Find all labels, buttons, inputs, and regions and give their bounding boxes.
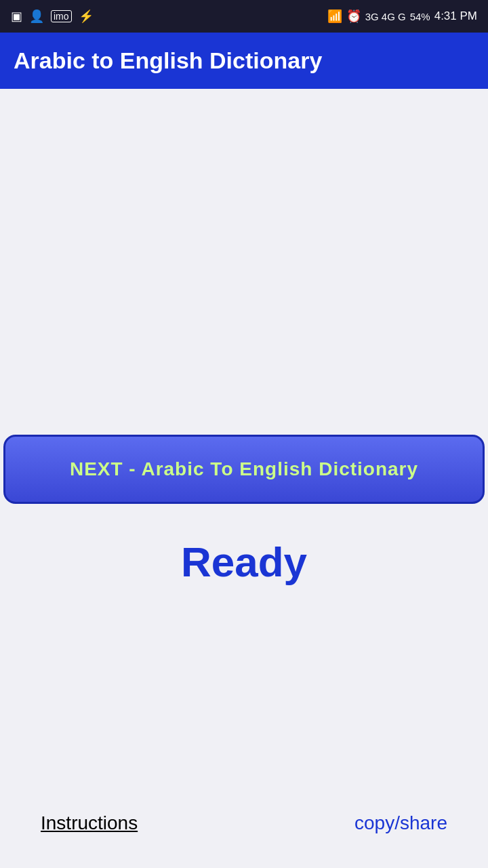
copy-share-link[interactable]: copy/share	[354, 812, 447, 834]
imo-icon: imo	[51, 10, 72, 22]
main-content: NEXT - Arabic To English Dictionary Read…	[0, 89, 488, 792]
status-bar-right: 📶 ⏰ 3G 4G G 54% 4:31 PM	[327, 9, 477, 24]
network-label: 3G 4G G	[365, 11, 406, 22]
usb-icon: ⚡	[79, 9, 94, 24]
person-add-icon: 👤	[29, 9, 44, 24]
app-title: Arabic to English Dictionary	[14, 47, 474, 74]
status-bar: ▣ 👤 imo ⚡ 📶 ⏰ 3G 4G G 54% 4:31 PM	[0, 0, 488, 33]
ready-text: Ready	[181, 538, 307, 586]
instructions-link[interactable]: Instructions	[41, 812, 138, 834]
bottom-links: Instructions copy/share	[0, 792, 488, 868]
next-button-label: NEXT - Arabic To English Dictionary	[70, 458, 418, 479]
wifi-icon: 📶	[327, 9, 342, 24]
time-label: 4:31 PM	[434, 9, 477, 23]
app-header: Arabic to English Dictionary	[0, 33, 488, 89]
battery-label: 54%	[410, 11, 430, 22]
messages-icon: ▣	[11, 9, 22, 24]
status-bar-left: ▣ 👤 imo ⚡	[11, 9, 94, 24]
next-button[interactable]: NEXT - Arabic To English Dictionary	[3, 435, 485, 504]
ad-area	[0, 89, 488, 428]
alarm-icon: ⏰	[346, 9, 361, 24]
